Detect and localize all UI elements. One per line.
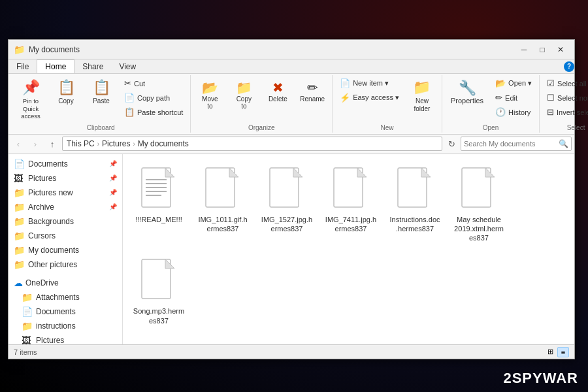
- search-input[interactable]: [464, 140, 557, 148]
- sidebar-item-cursors[interactable]: 📁 Cursors: [8, 229, 122, 243]
- help-icon[interactable]: ?: [564, 61, 574, 72]
- new-item-button[interactable]: 📄 New item ▾: [335, 76, 404, 90]
- delete-label: Delete: [269, 95, 287, 103]
- paste-label: Paste: [93, 97, 110, 105]
- easy-access-button[interactable]: ⚡ Easy access ▾: [335, 91, 404, 105]
- forward-button[interactable]: ›: [28, 137, 42, 151]
- select-none-button[interactable]: ☐ Select none: [542, 91, 588, 105]
- select-none-label: Select none: [557, 94, 588, 102]
- img-1527-icon: [267, 165, 306, 212]
- sidebar-onedrive-header[interactable]: ☁ OneDrive: [8, 276, 122, 290]
- sidebar-item-od-pictures[interactable]: 🖼 Pictures: [8, 333, 122, 344]
- copy-to-button[interactable]: 📁 Copyto: [227, 76, 260, 113]
- properties-label: Properties: [451, 97, 483, 105]
- paste-button[interactable]: 📋 Paste: [84, 76, 118, 108]
- back-button[interactable]: ‹: [11, 137, 25, 151]
- pin-indicator-3: 📌: [109, 189, 117, 196]
- clipboard-buttons: 📌 Pin to Quickaccess 📋 Copy 📋 Paste ✂: [14, 76, 188, 123]
- sidebar-label-pictures-new: Pictures new: [28, 188, 73, 197]
- menu-home[interactable]: Home: [37, 59, 74, 73]
- copy-label: Copy: [58, 97, 73, 105]
- sidebar-item-archive[interactable]: 📁 Archive 📌: [8, 200, 122, 214]
- sidebar-item-attachments[interactable]: 📁 Attachments: [8, 290, 122, 304]
- sidebar-item-backgrounds[interactable]: 📁 Backgrounds: [8, 214, 122, 229]
- sidebar-item-pictures-new[interactable]: 📁 Pictures new 📌: [8, 186, 122, 200]
- menu-share[interactable]: Share: [74, 59, 111, 73]
- sidebar-label-backgrounds: Backgrounds: [28, 217, 74, 226]
- my-documents-icon: 📁: [14, 245, 25, 255]
- select-buttons: ☑ Select all ☐ Select none ⊟ Invert sele…: [542, 76, 588, 123]
- copy-icon: 📋: [57, 79, 75, 96]
- sidebar-label-cursors: Cursors: [28, 231, 56, 240]
- watermark-number: 2: [503, 370, 512, 386]
- details-view-button[interactable]: ≡: [557, 347, 569, 357]
- sidebar-item-pictures[interactable]: 🖼 Pictures 📌: [8, 171, 122, 186]
- properties-button[interactable]: 🔧 Properties: [445, 76, 489, 108]
- file-img-1011[interactable]: IMG_1011.gif.hermes837: [193, 161, 252, 248]
- copy-to-label: Copyto: [237, 95, 252, 110]
- copy-path-icon: 📄: [124, 93, 135, 103]
- sidebar-item-instructions[interactable]: 📁 instructions: [8, 319, 122, 333]
- close-button[interactable]: ✕: [552, 43, 569, 56]
- select-all-button[interactable]: ☑ Select all: [542, 76, 588, 90]
- new-folder-label: Newfolder: [414, 97, 430, 113]
- properties-icon: 🔧: [459, 80, 476, 97]
- history-button[interactable]: 🕐 History: [491, 105, 536, 119]
- copy-path-button[interactable]: 📄 Copy path: [120, 91, 188, 105]
- easy-access-icon: ⚡: [340, 93, 350, 103]
- sidebar-label-attachments: Attachments: [36, 293, 80, 302]
- breadcrumb-pictures[interactable]: Pictures: [102, 139, 130, 148]
- file-instructions[interactable]: Instructions.doc.hermes837: [385, 161, 444, 248]
- sidebar-item-documents[interactable]: 📄 Documents 📌: [8, 157, 122, 171]
- maximize-button[interactable]: □: [534, 43, 551, 56]
- file-img-1527[interactable]: IMG_1527.jpg.hermes837: [257, 161, 316, 248]
- breadcrumb-my-documents[interactable]: My documents: [138, 139, 189, 148]
- pin-indicator-4: 📌: [109, 203, 117, 210]
- cursors-icon: 📁: [14, 231, 25, 241]
- ribbon-organize-group: 📂 Moveto 📁 Copyto ✖ Delete ✏ Rename Orga…: [191, 75, 333, 133]
- menu-view[interactable]: View: [111, 59, 144, 73]
- open-small-group: 📂 Open ▾ ✏ Edit 🕐 History: [491, 76, 536, 119]
- new-folder-button[interactable]: 📁 Newfolder: [405, 76, 439, 116]
- copy-button[interactable]: 📋 Copy: [49, 76, 83, 108]
- delete-button[interactable]: ✖ Delete: [261, 76, 294, 106]
- invert-selection-button[interactable]: ⊟ Invert selection: [542, 105, 588, 119]
- file-name-img-7411: IMG_7411.jpg.hermes837: [325, 215, 377, 234]
- up-button[interactable]: ↑: [45, 137, 59, 151]
- file-area: !!!READ_ME!!! IMG_1011.gif.hermes837: [123, 154, 574, 344]
- rename-button[interactable]: ✏ Rename: [295, 76, 329, 106]
- search-box[interactable]: 🔍: [461, 137, 572, 151]
- file-may-schedule[interactable]: May schedule 2019.xtml.hermes837: [449, 161, 508, 248]
- breadcrumb-this-pc[interactable]: This PC: [67, 139, 95, 148]
- file-read-me[interactable]: !!!READ_ME!!!: [129, 161, 188, 248]
- open-button[interactable]: 📂 Open ▾: [491, 76, 536, 90]
- move-to-button[interactable]: 📂 Moveto: [193, 76, 226, 113]
- file-song[interactable]: Song.mp3.hermes837: [129, 252, 188, 330]
- pin-label: Pin to Quickaccess: [16, 97, 46, 120]
- address-input[interactable]: This PC › Pictures › My documents: [62, 137, 442, 151]
- refresh-button[interactable]: ↻: [445, 137, 458, 150]
- file-img-7411[interactable]: IMG_7411.jpg.hermes837: [321, 161, 380, 248]
- large-icons-view-button[interactable]: ⊞: [544, 347, 556, 357]
- sidebar-item-od-documents[interactable]: 📄 Documents: [8, 304, 122, 319]
- cut-button[interactable]: ✂ Cut: [120, 76, 188, 90]
- paste-shortcut-button[interactable]: 📋 Paste shortcut: [120, 105, 188, 119]
- file-name-img-1011: IMG_1011.gif.hermes837: [197, 215, 249, 234]
- sidebar-item-my-documents[interactable]: 📁 My documents: [8, 243, 122, 257]
- new-small-group: 📄 New item ▾ ⚡ Easy access ▾: [335, 76, 404, 105]
- edit-icon: ✏: [495, 93, 502, 103]
- archive-icon: 📁: [14, 202, 25, 212]
- ribbon: 📌 Pin to Quickaccess 📋 Copy 📋 Paste ✂: [8, 74, 574, 135]
- edit-button[interactable]: ✏ Edit: [491, 91, 536, 105]
- pin-to-quick-access-button[interactable]: 📌 Pin to Quickaccess: [14, 76, 48, 123]
- easy-access-label: Easy access ▾: [353, 93, 399, 102]
- file-name-song: Song.mp3.hermes837: [133, 306, 185, 325]
- sidebar-label-onedrive: OneDrive: [25, 278, 59, 287]
- menu-file[interactable]: File: [8, 59, 37, 73]
- open-group-label: Open: [445, 123, 536, 131]
- minimize-button[interactable]: ─: [515, 43, 532, 56]
- other-pictures-icon: 📁: [14, 259, 25, 270]
- sidebar-item-other-pictures[interactable]: 📁 Other pictures: [8, 257, 122, 272]
- pictures-new-icon: 📁: [14, 188, 25, 198]
- instructions-icon: 📁: [22, 321, 33, 331]
